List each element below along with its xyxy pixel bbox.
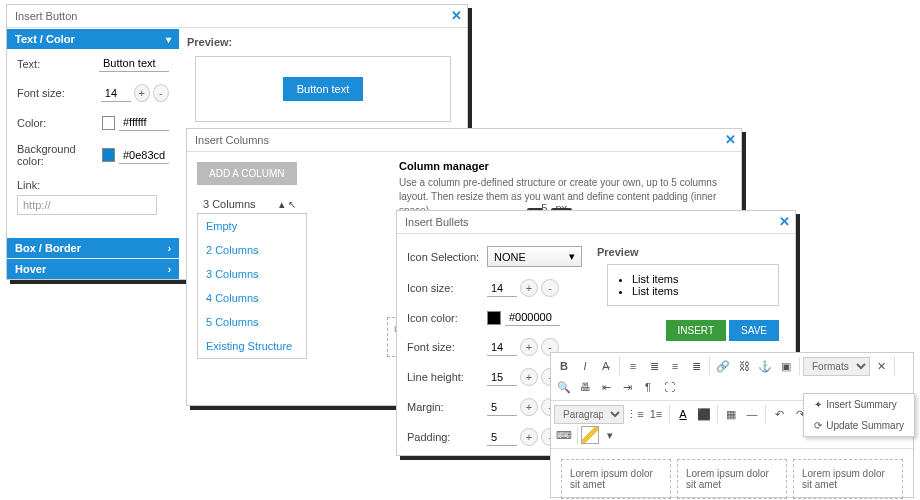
preview-label: Preview: [597, 246, 779, 258]
ctx-insert-summary[interactable]: ✦Insert Summary: [804, 394, 914, 415]
text-input[interactable]: [99, 55, 169, 72]
add-column-button[interactable]: ADD A COLUMN: [197, 162, 297, 185]
bgcolor-icon[interactable]: ⬛: [694, 404, 714, 424]
bullets-preview: List itemsList items: [607, 264, 779, 306]
formats-select[interactable]: Formats: [803, 357, 870, 376]
align-left-icon[interactable]: ≡: [623, 356, 643, 376]
list-item: List items: [632, 273, 770, 285]
iconsize-input[interactable]: [487, 280, 517, 297]
fullscreen-icon[interactable]: ⛶: [659, 377, 679, 397]
dd-option-5col[interactable]: 5 Columns: [198, 310, 306, 334]
preview-button: Button text: [283, 77, 364, 101]
bgcolor-label: Background color:: [17, 143, 102, 167]
code-icon[interactable]: ⌨: [554, 425, 574, 445]
bgcolor-swatch[interactable]: [102, 148, 115, 162]
editor-body[interactable]: Lorem ipsum dolor sit amet Lorem ipsum d…: [551, 449, 913, 500]
margin-label: Margin:: [407, 401, 487, 413]
bullet-list-icon[interactable]: ⋮≡: [625, 404, 645, 424]
accordion-text-color[interactable]: Text / Color▾: [7, 29, 179, 49]
dd-option-2col[interactable]: 2 Columns: [198, 238, 306, 262]
dd-option-empty[interactable]: Empty: [198, 214, 306, 238]
panel-title: Insert Button: [7, 5, 467, 28]
bgcolor-input[interactable]: [119, 147, 169, 164]
find-icon[interactable]: 🔍: [554, 377, 574, 397]
anchor-icon[interactable]: ⚓: [755, 356, 775, 376]
margin-input[interactable]: [487, 399, 517, 416]
editor-col-1: Lorem ipsum dolor sit amet: [561, 459, 671, 499]
align-justify-icon[interactable]: ≣: [686, 356, 706, 376]
print-icon[interactable]: 🖶: [575, 377, 595, 397]
stepper-up[interactable]: +: [520, 338, 538, 356]
stepper-up[interactable]: +: [520, 368, 538, 386]
richtext-editor: B I A̶ ≡ ≣ ≡ ≣ 🔗 ⛓ ⚓ ▣ Formats ✕ 🔍 🖶 ⇤ ⇥…: [550, 352, 914, 498]
stepper-down[interactable]: -: [153, 84, 169, 102]
accordion-label: Text / Color: [15, 33, 75, 45]
editor-col-3: Lorem ipsum dolor sit amet: [793, 459, 903, 499]
stepper-down[interactable]: -: [541, 279, 559, 297]
unlink-icon[interactable]: ⛓: [734, 356, 754, 376]
paint-bucket-icon[interactable]: [581, 426, 599, 444]
link-icon[interactable]: 🔗: [713, 356, 733, 376]
textcolor-icon[interactable]: A: [673, 404, 693, 424]
accordion-box-border[interactable]: Box / Border›: [7, 238, 179, 258]
lineheight-input[interactable]: [487, 369, 517, 386]
manager-title: Column manager: [399, 160, 729, 172]
dd-option-existing[interactable]: Existing Structure: [198, 334, 306, 358]
text-label: Text:: [17, 58, 99, 70]
dd-option-4col[interactable]: 4 Columns: [198, 286, 306, 310]
clear-format-icon[interactable]: ✕: [871, 356, 891, 376]
iconcolor-input[interactable]: [505, 309, 560, 326]
stepper-up[interactable]: +: [520, 398, 538, 416]
chevron-right-icon: ›: [168, 243, 171, 254]
context-menu: ✦Insert Summary ⟳Update Summary: [803, 393, 915, 437]
iconcolor-label: Icon color:: [407, 312, 487, 324]
padding-input[interactable]: [487, 429, 517, 446]
stepper-up[interactable]: +: [134, 84, 150, 102]
indent-icon[interactable]: ⇥: [617, 377, 637, 397]
button-preview: Button text: [195, 56, 451, 122]
link-input[interactable]: [17, 195, 157, 215]
outdent-icon[interactable]: ⇤: [596, 377, 616, 397]
iconcolor-swatch[interactable]: [487, 311, 501, 325]
bfontsize-label: Font size:: [407, 341, 487, 353]
accordion-label: Box / Border: [15, 242, 81, 254]
dropdown-icon[interactable]: ▾: [600, 425, 620, 445]
color-input[interactable]: [119, 114, 169, 131]
ctx-update-summary[interactable]: ⟳Update Summary: [804, 415, 914, 436]
fontsize-input[interactable]: [101, 85, 131, 102]
strike-icon[interactable]: A̶: [596, 356, 616, 376]
hr-icon[interactable]: —: [742, 404, 762, 424]
chevron-up-icon: ▴: [279, 198, 285, 210]
accordion-hover[interactable]: Hover›: [7, 259, 179, 279]
columns-dropdown-menu: Empty 2 Columns 3 Columns 4 Columns 5 Co…: [197, 213, 307, 359]
italic-icon[interactable]: I: [575, 356, 595, 376]
save-button[interactable]: SAVE: [729, 320, 779, 341]
number-list-icon[interactable]: 1≡: [646, 404, 666, 424]
editor-col-2: Lorem ipsum dolor sit amet: [677, 459, 787, 499]
table-icon[interactable]: ▦: [721, 404, 741, 424]
stepper-up[interactable]: +: [520, 279, 538, 297]
align-right-icon[interactable]: ≡: [665, 356, 685, 376]
undo-icon[interactable]: ↶: [769, 404, 789, 424]
panel-title: Insert Bullets: [397, 211, 795, 234]
paragraph-icon[interactable]: ¶: [638, 377, 658, 397]
insert-button[interactable]: INSERT: [666, 320, 727, 341]
paragraph-select[interactable]: Paragraph: [554, 405, 624, 424]
chevron-down-icon: ▾: [569, 250, 575, 263]
image-icon[interactable]: ▣: [776, 356, 796, 376]
dd-option-3col[interactable]: 3 Columns: [198, 262, 306, 286]
plus-icon: ✦: [814, 399, 822, 410]
stepper-up[interactable]: +: [520, 428, 538, 446]
icon-select[interactable]: NONE▾: [487, 246, 582, 267]
bold-icon[interactable]: B: [554, 356, 574, 376]
close-icon[interactable]: ✕: [447, 7, 465, 25]
columns-dropdown[interactable]: 3 Columns ▴ ↖: [197, 195, 387, 214]
bfontsize-input[interactable]: [487, 339, 517, 356]
close-icon[interactable]: ✕: [721, 131, 739, 149]
chevron-right-icon: ›: [168, 264, 171, 275]
color-swatch[interactable]: [102, 116, 115, 130]
align-center-icon[interactable]: ≣: [644, 356, 664, 376]
lineheight-label: Line height:: [407, 371, 487, 383]
close-icon[interactable]: ✕: [775, 213, 793, 231]
iconsize-label: Icon size:: [407, 282, 487, 294]
